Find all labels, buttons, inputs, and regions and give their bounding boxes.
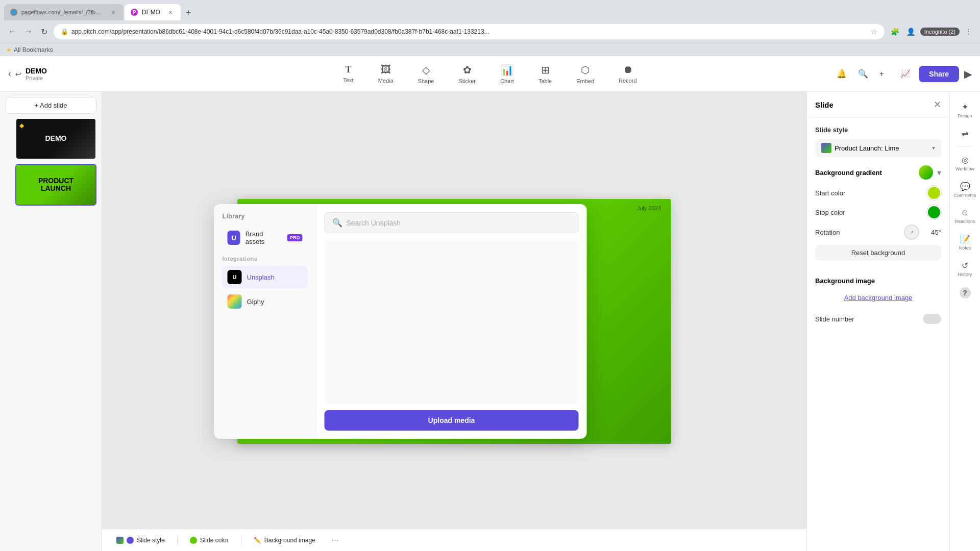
tab-close-2[interactable]: ✕ bbox=[166, 8, 175, 16]
library-giphy[interactable]: Giphy bbox=[223, 290, 308, 313]
upload-media-button[interactable]: Upload media bbox=[325, 410, 579, 431]
strip-configure[interactable]: ⇌ bbox=[952, 124, 978, 142]
refresh-button[interactable]: ↻ bbox=[39, 25, 50, 39]
toolbar-sticker-label: Sticker bbox=[458, 78, 476, 84]
workflow-icon: ◎ bbox=[962, 155, 969, 165]
design-label: Design bbox=[958, 113, 972, 118]
gradient-title: Background gradient bbox=[815, 169, 882, 177]
strip-design[interactable]: ✦ Design bbox=[952, 98, 978, 122]
rotation-dial[interactable]: ↗ bbox=[904, 224, 919, 240]
back-to-home-button[interactable]: ‹ bbox=[8, 68, 11, 79]
toolbar-chart[interactable]: 📊 Chart bbox=[495, 61, 519, 87]
reactions-icon: ☺ bbox=[961, 208, 969, 217]
comments-icon: 💬 bbox=[960, 182, 970, 191]
toolbar-sticker[interactable]: ✿ Sticker bbox=[453, 61, 481, 87]
toolbar-shape-label: Shape bbox=[418, 78, 434, 84]
library-unsplash[interactable]: U Unsplash bbox=[223, 266, 308, 288]
gradient-header[interactable]: Background gradient ▾ bbox=[815, 165, 941, 180]
stop-color-swatch[interactable] bbox=[927, 205, 941, 219]
search-bar[interactable]: 🔍 bbox=[325, 212, 579, 233]
panel-title: Slide bbox=[815, 101, 834, 109]
reactions-label: Reactions bbox=[954, 219, 975, 224]
slide-preview-1: ◆ DEMO bbox=[16, 119, 95, 159]
slide-preview-2: PRODUCTLAUNCH bbox=[16, 165, 95, 205]
tab-close-1[interactable]: ✕ bbox=[109, 8, 117, 16]
slide-thumb-1[interactable]: 1 ◆ DEMO bbox=[15, 118, 96, 160]
presentation-privacy: Private bbox=[26, 75, 47, 81]
address-text: app.pitch.com/app/presentation/b86dbc61-… bbox=[71, 28, 868, 35]
strip-workflow[interactable]: ◎ Workflow bbox=[952, 151, 978, 176]
analytics-button[interactable]: 📈 bbox=[897, 66, 914, 82]
undo-button[interactable]: ↩ bbox=[15, 70, 21, 78]
media-icon: 🖼 bbox=[381, 64, 391, 76]
toolbar-table[interactable]: ⊞ Table bbox=[533, 61, 557, 87]
address-bar[interactable]: 🔒 app.pitch.com/app/presentation/b86dbc6… bbox=[54, 24, 885, 39]
extension-button[interactable]: 🧩 bbox=[889, 26, 901, 38]
toolbar-record[interactable]: ⏺ Record bbox=[614, 61, 642, 87]
toolbar-media[interactable]: 🖼 Media bbox=[373, 61, 399, 87]
tab-favicon-2: P bbox=[131, 9, 138, 16]
share-button[interactable]: Share bbox=[919, 66, 959, 82]
strip-history[interactable]: ↺ History bbox=[952, 257, 978, 281]
panel-close-button[interactable]: ✕ bbox=[934, 99, 941, 110]
library-brand-assets[interactable]: U Brand assets PRO bbox=[223, 226, 308, 249]
strip-comments[interactable]: 💬 Comments bbox=[952, 178, 978, 202]
style-icon bbox=[821, 143, 831, 153]
background-image-section-title: Background image bbox=[815, 277, 941, 285]
modal-overlay: Library U Brand assets PRO Integrations … bbox=[102, 92, 806, 551]
search-results bbox=[325, 239, 579, 404]
record-icon: ⏺ bbox=[623, 64, 633, 76]
tab-label-1: pageflows.com/_/emails/_/7fb5... bbox=[21, 9, 103, 15]
shape-icon: ◇ bbox=[422, 64, 430, 76]
add-button[interactable]: + bbox=[876, 66, 887, 82]
slide-number-toggle[interactable] bbox=[923, 314, 941, 324]
slide-number-label: Slide number bbox=[815, 315, 854, 323]
toolbar-shape[interactable]: ◇ Shape bbox=[413, 61, 439, 87]
toolbar-text-label: Text bbox=[343, 77, 353, 83]
slide-thumb-2[interactable]: 2 PRODUCTLAUNCH bbox=[15, 164, 96, 206]
toolbar-text[interactable]: T Text bbox=[338, 61, 358, 86]
new-tab-button[interactable]: + bbox=[182, 6, 195, 20]
menu-button[interactable]: ⋮ bbox=[963, 26, 974, 38]
search-input[interactable] bbox=[347, 219, 571, 227]
notifications-button[interactable]: 🔔 bbox=[834, 66, 850, 82]
toolbar-embed[interactable]: ⬡ Embed bbox=[571, 61, 599, 87]
icon-strip: ✦ Design ⇌ ◎ Workflow 💬 Comments ☺ React… bbox=[949, 92, 980, 551]
library-modal: Library U Brand assets PRO Integrations … bbox=[214, 204, 587, 439]
history-label: History bbox=[958, 272, 972, 277]
forward-button[interactable]: → bbox=[22, 25, 35, 38]
back-button[interactable]: ← bbox=[6, 25, 18, 38]
strip-help[interactable]: ? bbox=[952, 283, 978, 303]
slide-panel: + Add slide 1 ◆ DEMO 2 PRODUCTLAUNCH bbox=[0, 92, 102, 551]
start-color-label: Start color bbox=[815, 189, 845, 197]
text-icon: T bbox=[346, 64, 352, 75]
add-slide-button[interactable]: + Add slide bbox=[5, 97, 96, 114]
library-content: 🔍 Upload media bbox=[316, 204, 587, 439]
toolbar-media-label: Media bbox=[378, 78, 394, 84]
security-icon: 🔒 bbox=[61, 28, 68, 35]
rotation-row: Rotation ↗ 45° bbox=[815, 224, 941, 240]
browser-tab-demo[interactable]: P DEMO ✕ bbox=[125, 4, 181, 20]
profile-button[interactable]: 👤 bbox=[904, 26, 917, 38]
slide-text-2: PRODUCTLAUNCH bbox=[38, 177, 74, 193]
reset-background-button[interactable]: Reset background bbox=[815, 245, 941, 261]
style-selector[interactable]: Product Launch: Lime ▾ bbox=[815, 139, 941, 157]
search-button[interactable]: 🔍 bbox=[855, 66, 871, 82]
strip-notes[interactable]: 📝 Notes bbox=[952, 230, 978, 255]
play-button[interactable]: ▶ bbox=[964, 68, 972, 80]
canvas-area: MindMagic July 2024 PRLA Library U bbox=[102, 92, 806, 551]
rotation-label: Rotation bbox=[815, 229, 840, 236]
start-color-swatch[interactable] bbox=[927, 186, 941, 200]
giphy-icon bbox=[228, 294, 242, 309]
configure-icon: ⇌ bbox=[962, 129, 968, 138]
strip-reactions[interactable]: ☺ Reactions bbox=[952, 204, 978, 228]
presentation-title: DEMO bbox=[26, 67, 47, 75]
gradient-chevron-icon: ▾ bbox=[937, 168, 941, 178]
add-background-image-button[interactable]: Add background image bbox=[815, 290, 941, 306]
strip-divider-1 bbox=[958, 146, 973, 147]
browser-tab-pageflows[interactable]: 🌐 pageflows.com/_/emails/_/7fb5... ✕ bbox=[4, 4, 124, 20]
brand-assets-icon: U bbox=[228, 231, 240, 245]
library-sidebar: Library U Brand assets PRO Integrations … bbox=[214, 204, 316, 439]
history-icon: ↺ bbox=[962, 261, 968, 270]
bookmark-icon[interactable]: ☆ bbox=[871, 28, 877, 36]
